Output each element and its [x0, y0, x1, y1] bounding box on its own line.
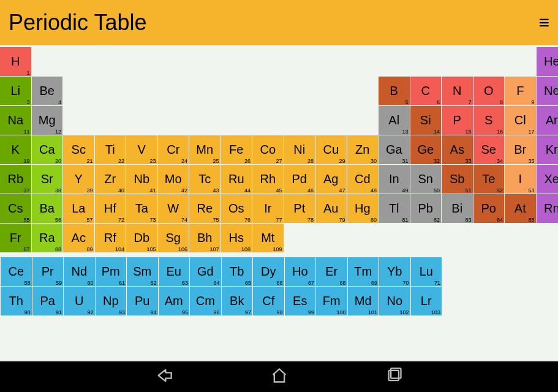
- element-cell-no[interactable]: No102: [379, 287, 410, 315]
- element-cell-ga[interactable]: Ga31: [379, 135, 410, 164]
- element-cell-db[interactable]: Db105: [126, 224, 157, 252]
- element-cell-la[interactable]: La57: [63, 194, 94, 223]
- element-cell-v[interactable]: V23: [126, 135, 157, 164]
- element-cell-cr[interactable]: Cr24: [158, 135, 189, 164]
- element-cell-b[interactable]: B5: [379, 77, 410, 105]
- element-cell-zn[interactable]: Zn30: [347, 135, 379, 164]
- element-cell-pu[interactable]: Pu94: [127, 287, 158, 315]
- element-cell-po[interactable]: Po84: [473, 194, 505, 223]
- element-cell-zr[interactable]: Zr40: [95, 165, 126, 194]
- element-cell-hs[interactable]: Hs108: [221, 224, 252, 252]
- element-cell-na[interactable]: Na11: [0, 106, 31, 135]
- element-cell-eu[interactable]: Eu63: [159, 257, 190, 286]
- element-cell-se[interactable]: Se34: [473, 135, 505, 164]
- element-cell-n[interactable]: N7: [442, 77, 473, 105]
- element-cell-sc[interactable]: Sc21: [63, 135, 94, 164]
- element-cell-os[interactable]: Os76: [221, 194, 252, 223]
- element-cell-c[interactable]: C6: [410, 77, 442, 105]
- element-cell-sn[interactable]: Sn50: [410, 165, 442, 194]
- recents-icon[interactable]: [386, 367, 403, 386]
- element-cell-ce[interactable]: Ce58: [1, 257, 32, 286]
- element-cell-he[interactable]: He2: [537, 47, 559, 76]
- element-cell-hf[interactable]: Hf72: [95, 194, 126, 223]
- element-cell-xe[interactable]: Xe54: [537, 165, 559, 194]
- element-cell-cu[interactable]: Cu29: [315, 135, 347, 164]
- element-cell-rn[interactable]: Rn86: [537, 194, 559, 223]
- element-cell-kr[interactable]: Kr36: [537, 135, 559, 164]
- element-cell-ti[interactable]: Ti22: [95, 135, 126, 164]
- element-cell-sb[interactable]: Sb51: [442, 165, 473, 194]
- element-cell-bk[interactable]: Bk97: [222, 287, 253, 315]
- element-cell-ni[interactable]: Ni28: [284, 135, 315, 164]
- element-cell-be[interactable]: Be4: [32, 77, 63, 105]
- home-icon[interactable]: [271, 367, 288, 386]
- element-cell-lu[interactable]: Lu71: [411, 257, 442, 286]
- element-cell-p[interactable]: P15: [442, 106, 473, 135]
- element-cell-pm[interactable]: Pm61: [96, 257, 127, 286]
- element-cell-ru[interactable]: Ru44: [221, 165, 252, 194]
- element-cell-li[interactable]: Li3: [0, 77, 31, 105]
- element-cell-sg[interactable]: Sg106: [158, 224, 189, 252]
- element-cell-h[interactable]: H1: [0, 47, 31, 76]
- element-cell-rh[interactable]: Rh45: [252, 165, 284, 194]
- menu-icon[interactable]: ≡: [538, 13, 549, 32]
- element-cell-dy[interactable]: Dy66: [253, 257, 284, 286]
- element-cell-th[interactable]: Th90: [1, 287, 32, 315]
- back-icon[interactable]: [156, 367, 173, 386]
- element-cell-ca[interactable]: Ca20: [32, 135, 63, 164]
- element-cell-es[interactable]: Es99: [285, 287, 316, 315]
- element-cell-yb[interactable]: Yb70: [379, 257, 410, 286]
- element-cell-mg[interactable]: Mg12: [32, 106, 63, 135]
- element-cell-er[interactable]: Er68: [316, 257, 347, 286]
- element-cell-np[interactable]: Np93: [96, 287, 127, 315]
- element-cell-bi[interactable]: Bi83: [442, 194, 473, 223]
- element-cell-gd[interactable]: Gd64: [190, 257, 221, 286]
- element-cell-w[interactable]: W74: [158, 194, 189, 223]
- element-cell-ra[interactable]: Ra88: [32, 224, 63, 252]
- element-cell-y[interactable]: Y39: [63, 165, 94, 194]
- element-cell-te[interactable]: Te52: [473, 165, 505, 194]
- element-cell-i[interactable]: I53: [505, 165, 536, 194]
- element-cell-sr[interactable]: Sr38: [32, 165, 63, 194]
- element-cell-sm[interactable]: Sm62: [127, 257, 158, 286]
- element-cell-mn[interactable]: Mn25: [189, 135, 221, 164]
- element-cell-in[interactable]: In49: [379, 165, 410, 194]
- element-cell-pr[interactable]: Pr59: [32, 257, 64, 286]
- element-cell-si[interactable]: Si14: [410, 106, 442, 135]
- element-cell-fm[interactable]: Fm100: [316, 287, 347, 315]
- element-cell-tc[interactable]: Tc43: [189, 165, 221, 194]
- element-cell-fe[interactable]: Fe26: [221, 135, 252, 164]
- element-cell-nd[interactable]: Nd60: [64, 257, 95, 286]
- element-cell-k[interactable]: K19: [0, 135, 31, 164]
- element-cell-re[interactable]: Re75: [189, 194, 221, 223]
- element-cell-ac[interactable]: Ac89: [63, 224, 94, 252]
- element-cell-lr[interactable]: Lr103: [411, 287, 442, 315]
- element-cell-pd[interactable]: Pd46: [284, 165, 315, 194]
- element-cell-ag[interactable]: Ag47: [315, 165, 347, 194]
- element-cell-tl[interactable]: Tl81: [379, 194, 410, 223]
- element-cell-cd[interactable]: Cd48: [347, 165, 379, 194]
- element-cell-cm[interactable]: Cm96: [190, 287, 221, 315]
- element-cell-pt[interactable]: Pt78: [284, 194, 315, 223]
- element-cell-au[interactable]: Au79: [315, 194, 347, 223]
- element-cell-tm[interactable]: Tm69: [348, 257, 379, 286]
- element-cell-rf[interactable]: Rf104: [95, 224, 126, 252]
- element-cell-ba[interactable]: Ba56: [32, 194, 63, 223]
- element-cell-mo[interactable]: Mo42: [158, 165, 189, 194]
- element-cell-nb[interactable]: Nb41: [126, 165, 157, 194]
- element-cell-mt[interactable]: Mt109: [252, 224, 284, 252]
- element-cell-ir[interactable]: Ir77: [252, 194, 284, 223]
- element-cell-u[interactable]: U92: [64, 287, 95, 315]
- element-cell-al[interactable]: Al13: [379, 106, 410, 135]
- element-cell-rb[interactable]: Rb37: [0, 165, 31, 194]
- element-cell-f[interactable]: F9: [505, 77, 536, 105]
- element-cell-ta[interactable]: Ta73: [126, 194, 157, 223]
- element-cell-bh[interactable]: Bh107: [189, 224, 221, 252]
- element-cell-at[interactable]: At85: [505, 194, 536, 223]
- element-cell-o[interactable]: O8: [473, 77, 505, 105]
- element-cell-pb[interactable]: Pb82: [410, 194, 442, 223]
- element-cell-pa[interactable]: Pa91: [32, 287, 64, 315]
- element-cell-cl[interactable]: Cl17: [505, 106, 536, 135]
- element-cell-fr[interactable]: Fr87: [0, 224, 31, 252]
- element-cell-tb[interactable]: Tb65: [222, 257, 253, 286]
